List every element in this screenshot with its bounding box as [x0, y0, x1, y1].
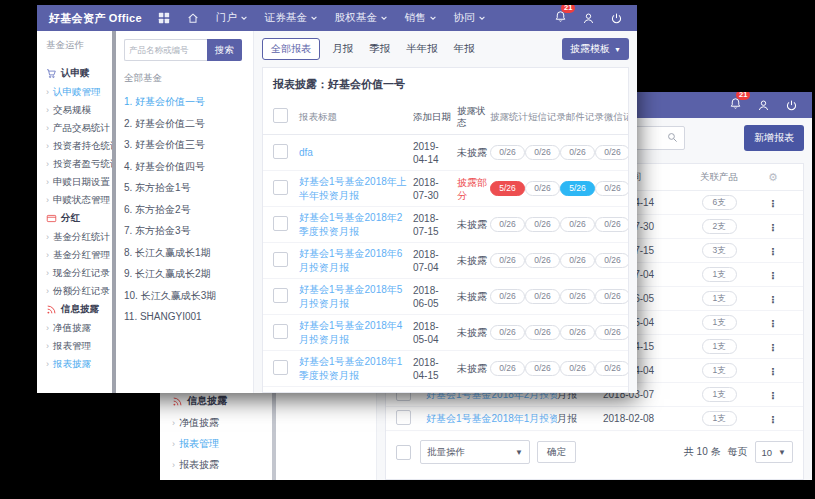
row-checkbox[interactable]: [273, 360, 288, 375]
select-all-checkbox[interactable]: [396, 445, 411, 460]
sidebar-item[interactable]: ›申赎日期设置: [46, 173, 112, 191]
new-report-button[interactable]: 新增报表: [744, 125, 804, 151]
stat-pill[interactable]: 0/26: [490, 325, 525, 341]
row-actions-menu-icon[interactable]: ⋮: [768, 366, 778, 377]
topbar-menu[interactable]: 门户: [216, 11, 248, 25]
report-title-link[interactable]: 好基会1号基金2018年6月投资月报: [299, 247, 413, 274]
sidebar-item[interactable]: ›基金分红统计: [46, 228, 112, 246]
report-title-link[interactable]: 好基会1号基金2018年1季度投资月报: [299, 355, 413, 382]
table-settings-gear-icon[interactable]: ⚙: [753, 171, 793, 184]
report-title-link[interactable]: 好基会1号基金2018年1月投资月报: [426, 412, 557, 426]
stat-pill[interactable]: 0/26: [560, 145, 595, 161]
sidebar-item[interactable]: ›报表管理: [172, 433, 272, 454]
sidebar-item[interactable]: ›认申赎管理: [46, 83, 112, 101]
sidebar-item[interactable]: ›申赎状态管理: [46, 191, 112, 209]
related-products-pill[interactable]: 1支: [702, 411, 737, 427]
stat-pill[interactable]: 0/26: [595, 145, 629, 161]
tab-active[interactable]: 全部报表: [262, 38, 320, 60]
row-checkbox[interactable]: [396, 410, 411, 425]
stat-pill[interactable]: 0/26: [595, 217, 629, 233]
row-actions-menu-icon[interactable]: ⋮: [768, 198, 778, 209]
fund-list-item[interactable]: 11. SHANGYI001: [124, 306, 246, 328]
fund-list-item[interactable]: 10. 长江久赢成长3期: [124, 285, 246, 307]
page-size-select[interactable]: 10 ▼: [755, 441, 794, 463]
logout-icon[interactable]: [785, 99, 798, 112]
row-checkbox[interactable]: [273, 252, 288, 267]
home-icon[interactable]: [187, 12, 199, 24]
sidebar-item[interactable]: ›交易规模: [46, 101, 112, 119]
user-icon[interactable]: [757, 99, 770, 112]
logout-icon[interactable]: [610, 12, 623, 25]
report-title-link[interactable]: 好基会1号基金2018年上半年投资月报: [299, 175, 413, 202]
stat-pill[interactable]: 5/26: [560, 181, 595, 197]
disclosure-template-button[interactable]: 披露模板 ▼: [562, 38, 629, 60]
fund-list-item[interactable]: 9. 长江久赢成长2期: [124, 263, 246, 285]
sidebar-item[interactable]: ›产品交易统计: [46, 119, 112, 137]
stat-pill[interactable]: 0/26: [525, 145, 560, 161]
sidebar-item[interactable]: ›投资者盈亏统计: [46, 155, 112, 173]
sidebar-item[interactable]: ›报表披露: [172, 454, 272, 475]
fund-list-item[interactable]: 6. 东方拾金2号: [124, 199, 246, 221]
related-products-pill[interactable]: 1支: [702, 267, 737, 283]
apps-grid-icon[interactable]: [158, 12, 170, 24]
stat-pill[interactable]: 0/26: [490, 289, 525, 305]
product-search-input[interactable]: [124, 39, 207, 61]
report-title-link[interactable]: 好基会1号基金2018年4月投资月报: [299, 319, 413, 346]
stat-pill[interactable]: 0/26: [525, 253, 560, 269]
report-title-link[interactable]: dfa: [299, 146, 413, 160]
stat-pill[interactable]: 0/26: [525, 217, 560, 233]
row-actions-menu-icon[interactable]: ⋮: [768, 222, 778, 233]
stat-pill[interactable]: 0/26: [595, 361, 629, 377]
batch-action-select[interactable]: 批量操作 ▼: [420, 440, 530, 464]
fund-list-item[interactable]: 1. 好基会价值一号: [124, 91, 246, 113]
notifications-button[interactable]: 21: [554, 9, 567, 27]
row-checkbox[interactable]: [273, 144, 288, 159]
sidebar-item[interactable]: ›份额分红记录: [46, 282, 112, 300]
sidebar-item[interactable]: ›报表管理: [46, 337, 112, 355]
fund-list-item[interactable]: 7. 东方拾金3号: [124, 220, 246, 242]
stat-pill[interactable]: 0/26: [490, 361, 525, 377]
stat-pill[interactable]: 0/26: [595, 253, 629, 269]
stat-pill[interactable]: 0/26: [560, 325, 595, 341]
tab-item[interactable]: 月报: [332, 42, 353, 56]
sidebar-item[interactable]: ›净值披露: [46, 319, 112, 337]
row-actions-menu-icon[interactable]: ⋮: [768, 390, 778, 401]
stat-pill[interactable]: 0/26: [490, 145, 525, 161]
report-title-link[interactable]: 好基会1号基金2018年3月投资月报: [299, 391, 413, 393]
confirm-button[interactable]: 确定: [537, 441, 576, 463]
tab-item[interactable]: 季报: [369, 42, 390, 56]
related-products-pill[interactable]: 1支: [702, 387, 737, 403]
user-icon[interactable]: [582, 12, 595, 25]
row-actions-menu-icon[interactable]: ⋮: [768, 318, 778, 329]
tab-item[interactable]: 半年报: [406, 42, 438, 56]
related-products-pill[interactable]: 1支: [702, 291, 737, 307]
row-actions-menu-icon[interactable]: ⋮: [768, 246, 778, 257]
row-checkbox[interactable]: [273, 216, 288, 231]
stat-pill[interactable]: 0/26: [595, 325, 629, 341]
fund-list-item[interactable]: 5. 东方拾金1号: [124, 177, 246, 199]
related-products-pill[interactable]: 6支: [702, 195, 737, 211]
topbar-menu[interactable]: 销售: [405, 11, 437, 25]
fund-list-item[interactable]: 2. 好基会价值二号: [124, 113, 246, 135]
stat-pill[interactable]: 0/26: [560, 217, 595, 233]
fund-list-item[interactable]: 4. 好基会价值四号: [124, 156, 246, 178]
stat-pill[interactable]: 0/26: [525, 289, 560, 305]
stat-pill[interactable]: 0/26: [560, 253, 595, 269]
tab-item[interactable]: 年报: [454, 42, 475, 56]
fund-list-item[interactable]: 8. 长江久赢成长1期: [124, 242, 246, 264]
topbar-menu[interactable]: 股权基金: [335, 11, 388, 25]
topbar-menu[interactable]: 协同: [454, 11, 486, 25]
fund-list-item[interactable]: 3. 好基会价值三号: [124, 134, 246, 156]
stat-pill[interactable]: 0/26: [595, 181, 629, 197]
related-products-pill[interactable]: 1支: [702, 339, 737, 355]
report-title-link[interactable]: 好基会1号基金2018年5月投资月报: [299, 283, 413, 310]
report-title-link[interactable]: 好基会1号基金2018年2季度投资月报: [299, 211, 413, 238]
stat-pill[interactable]: 0/26: [595, 289, 629, 305]
row-actions-menu-icon[interactable]: ⋮: [768, 414, 778, 425]
stat-pill[interactable]: 0/26: [525, 325, 560, 341]
sidebar-item[interactable]: ›现金分红记录: [46, 264, 112, 282]
row-checkbox[interactable]: [273, 324, 288, 339]
related-products-pill[interactable]: 3支: [702, 243, 737, 259]
stat-pill[interactable]: 0/26: [490, 253, 525, 269]
stat-pill[interactable]: 0/26: [490, 217, 525, 233]
